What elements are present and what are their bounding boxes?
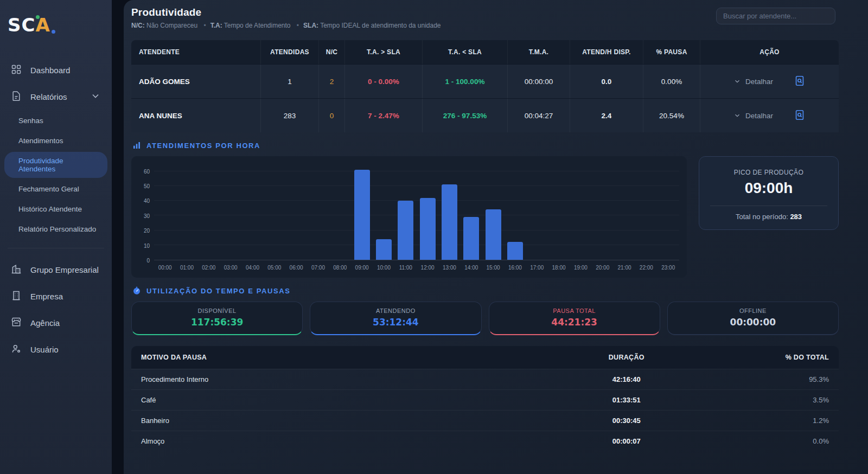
- productivity-table: ATENDENTE ATENDIDAS N/C T.A. > SLA T.A. …: [131, 40, 839, 132]
- report-detail-button[interactable]: [794, 75, 806, 88]
- x-tick-label: 20:00: [592, 265, 614, 271]
- stat-card-label: ATENDENDO: [310, 308, 481, 314]
- cell-pct: 1.2%: [683, 417, 839, 425]
- sidebar-item-dashboard[interactable]: Dashboard: [3, 59, 108, 82]
- detalhar-label: Detalhar: [745, 112, 773, 120]
- y-tick-label: 40: [144, 198, 150, 204]
- time-section-title: UTILIZAÇÃO DO TEMPO E PAUSAS: [132, 286, 839, 295]
- sidebar-item-grupo-empresarial[interactable]: Grupo Empresarial: [3, 258, 108, 281]
- sidebar: SCA Dashboard Relatórios Senhas Atendime…: [0, 0, 112, 474]
- chart-section-title: ATENDIMENTOS POR HORA: [132, 141, 839, 150]
- search-input[interactable]: [716, 8, 835, 24]
- x-tick-label: 05:00: [264, 265, 285, 271]
- x-tick-label: 22:00: [635, 265, 657, 271]
- sidebar-item-agencia[interactable]: Agência: [3, 311, 108, 335]
- cell-atendente: ANA NUNES: [131, 99, 260, 132]
- cell-ta-menor-sla: 1 - 100.00%: [422, 65, 507, 98]
- cell-acao: Detalhar: [700, 99, 839, 132]
- cell-motivo: Almoço: [131, 437, 570, 445]
- sidebar-report-link[interactable]: Senhas: [4, 112, 107, 130]
- col-nc: N/C: [318, 40, 344, 64]
- stat-card-label: PAUSA TOTAL: [489, 308, 660, 314]
- cell-pct: 95.3%: [683, 375, 839, 383]
- dashboard-grid-icon: [11, 64, 22, 76]
- cell-tma: 00:04:27: [507, 99, 570, 132]
- chart-bar: [420, 198, 436, 260]
- period-total-value: 283: [790, 213, 802, 221]
- sidebar-item-label: Empresa: [30, 292, 63, 301]
- file-search-icon: [794, 109, 806, 121]
- productivity-table-body: ADÃO GOMES 1 2 0 - 0.00% 1 - 100.00% 00:…: [131, 64, 839, 132]
- cell-atend-h-disp: 0.0: [570, 65, 643, 98]
- cell-atend-h-disp: 2.4: [570, 99, 643, 132]
- cell-ta-maior-sla: 0 - 0.00%: [344, 65, 422, 98]
- report-detail-button[interactable]: [794, 109, 806, 123]
- sidebar-report-link[interactable]: Produtividade Atendentes: [4, 152, 107, 178]
- cell-atendente: ADÃO GOMES: [131, 65, 260, 98]
- x-tick-label: 16:00: [504, 265, 526, 271]
- cell-duracao: 42:16:40: [570, 375, 683, 383]
- cell-nc: 2: [318, 65, 344, 98]
- stat-card-value: 00:00:00: [668, 317, 838, 328]
- peak-production-card: PICO DE PRODUÇÃO 09:00h Total no período…: [699, 156, 839, 230]
- user-gear-icon: [11, 343, 22, 356]
- table-row: Banheiro 00:30:45 1.2%: [131, 410, 839, 431]
- sidebar-report-link[interactable]: Atendimentos: [4, 132, 107, 150]
- sidebar-report-link[interactable]: Fechamento Geral: [4, 180, 107, 198]
- pause-table-body: Procedimento Interno 42:16:40 95.3% Café…: [131, 369, 839, 451]
- cell-tma: 00:00:00: [507, 65, 570, 98]
- x-tick-label: 18:00: [548, 265, 570, 271]
- sidebar-report-link[interactable]: Histórico Atendente: [4, 200, 107, 218]
- attendance-by-hour-chart: 0102030405060 00:0001:0002:0003:0004:000…: [131, 156, 687, 278]
- sidebar-report-link-label: Fechamento Geral: [18, 185, 79, 193]
- reports-submenu: Senhas Atendimentos Produtividade Atende…: [0, 112, 112, 238]
- x-tick-label: 03:00: [220, 265, 241, 271]
- x-tick-label: 07:00: [307, 265, 329, 271]
- table-row: ANA NUNES 283 0 7 - 2.47% 276 - 97.53% 0…: [131, 98, 839, 132]
- bar-chart-icon: [132, 141, 141, 150]
- stat-card: DISPONÍVEL 117:56:39: [131, 302, 303, 335]
- logo-blue-dot: [52, 30, 55, 34]
- sidebar-item-usuario[interactable]: Usuário: [3, 338, 108, 361]
- col-ta-maior-sla: T.A. > SLA: [344, 40, 422, 64]
- x-tick-label: 09:00: [351, 265, 373, 271]
- chart-bar: [486, 209, 501, 260]
- chart-bars: [154, 164, 679, 260]
- sidebar-report-link-label: Atendimentos: [18, 137, 63, 145]
- detalhar-button[interactable]: Detalhar: [733, 112, 773, 120]
- storefront-icon: [11, 317, 22, 329]
- x-tick-label: 01:00: [176, 265, 197, 271]
- sidebar-item-label: Agência: [30, 318, 60, 328]
- table-row: Almoço 00:00:07 0.0%: [131, 431, 839, 451]
- col-motivo: MOTIVO DA PAUSA: [131, 354, 570, 361]
- sca-logo: SCA: [0, 0, 112, 36]
- chart-bar: [442, 184, 457, 260]
- peak-label: PICO DE PRODUÇÃO: [710, 169, 827, 176]
- chevron-down-icon: [733, 78, 741, 85]
- sidebar-item-relatorios[interactable]: Relatórios: [3, 85, 108, 108]
- cell-ta-maior-sla: 7 - 2.47%: [344, 99, 422, 132]
- sidebar-report-link-label: Senhas: [18, 117, 43, 125]
- col-atend-h-disp: ATEND/H DISP.: [570, 40, 643, 64]
- sidebar-item-label: Usuário: [30, 345, 59, 354]
- legend-text: Tempo IDEAL de atendimento da unidade: [320, 22, 441, 29]
- cell-motivo: Café: [131, 396, 570, 404]
- stat-card: PAUSA TOTAL 44:21:23: [489, 302, 660, 335]
- sidebar-item-empresa[interactable]: Empresa: [3, 285, 108, 308]
- detalhar-button[interactable]: Detalhar: [733, 78, 773, 86]
- chart-bar: [376, 239, 392, 260]
- cell-duracao: 00:00:07: [570, 437, 683, 445]
- y-tick-label: 50: [144, 183, 150, 189]
- sidebar-report-link[interactable]: Relatório Personalizado: [4, 220, 107, 238]
- legend-item: N/C: Não Compareceu: [131, 22, 197, 29]
- sidebar-report-link-label: Histórico Atendente: [18, 205, 82, 213]
- cell-atendidas: 283: [260, 99, 318, 132]
- x-tick-label: 17:00: [526, 265, 548, 271]
- productivity-table-header: ATENDENTE ATENDIDAS N/C T.A. > SLA T.A. …: [131, 40, 839, 64]
- cell-motivo: Banheiro: [131, 417, 570, 425]
- stat-card: OFFLINE 00:00:00: [667, 302, 839, 335]
- sidebar-divider: [8, 248, 104, 248]
- stat-card-value: 53:12:44: [310, 317, 481, 328]
- sidebar-item-label: Relatórios: [30, 92, 67, 101]
- period-total-label: Total no período:: [736, 213, 788, 221]
